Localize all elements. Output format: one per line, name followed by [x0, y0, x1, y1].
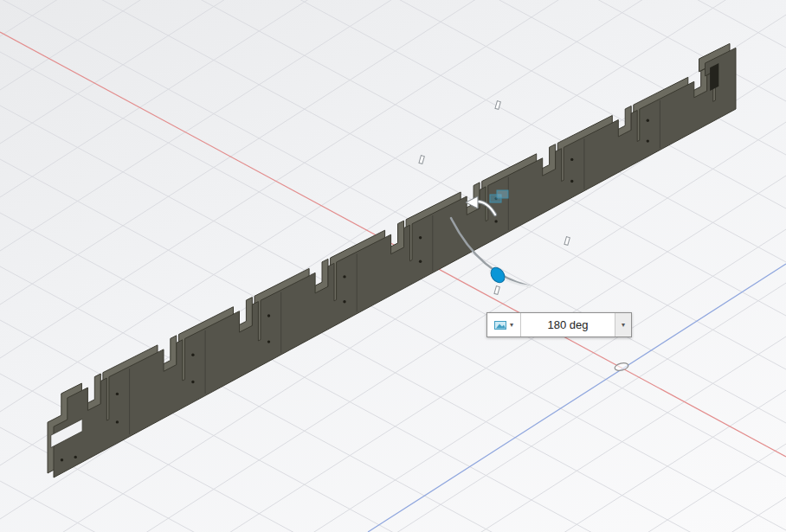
- part-hole: [343, 300, 345, 303]
- grid-line: [0, 497, 786, 532]
- grid-line: [0, 0, 786, 101]
- grid-line: [0, 481, 786, 532]
- part-hole: [116, 420, 119, 423]
- part-hole: [419, 260, 422, 263]
- y-axis-line: [368, 264, 786, 532]
- grid-line: [0, 0, 786, 358]
- grid-line: [0, 0, 786, 48]
- part-hole: [647, 119, 649, 122]
- part-hole: [570, 180, 573, 183]
- grid-line: [0, 106, 786, 530]
- sketch-point-marker[interactable]: [495, 101, 500, 110]
- part-hole: [191, 381, 194, 383]
- sketch-point-marker[interactable]: [494, 286, 499, 295]
- model-part[interactable]: [48, 43, 736, 478]
- grid-line: [0, 122, 786, 532]
- grid-line: [0, 0, 786, 90]
- grid-line: [0, 0, 786, 369]
- grid-line: [0, 0, 786, 423]
- part-end-hole: [710, 63, 718, 91]
- angle-input[interactable]: [521, 313, 615, 337]
- part-hole: [647, 139, 649, 142]
- angle-reference-icon: [494, 320, 507, 330]
- part-hole: [116, 393, 119, 395]
- angle-dropdown-button[interactable]: ▾: [615, 313, 631, 337]
- part-hole: [191, 354, 194, 356]
- part-hole: [61, 458, 63, 461]
- part-hole: [267, 340, 270, 343]
- part-hole: [267, 314, 270, 317]
- part-hole: [419, 236, 422, 239]
- part-hole: [494, 220, 497, 222]
- chevron-down-icon: ▾: [622, 322, 625, 329]
- part-hole: [570, 158, 573, 161]
- grid-line: [0, 0, 786, 36]
- chevron-down-icon: ▾: [510, 322, 513, 329]
- angle-hud: ▾ ▾: [486, 312, 632, 337]
- viewport-canvas[interactable]: [0, 0, 786, 532]
- sketch-point-marker[interactable]: [564, 237, 570, 246]
- part-front-face[interactable]: [54, 48, 736, 478]
- angle-reference-dropdown[interactable]: ▾: [487, 313, 521, 337]
- grid-line: [0, 444, 786, 532]
- cad-viewport[interactable]: ▾ ▾: [0, 0, 786, 532]
- sketch-point-marker[interactable]: [419, 156, 424, 164]
- part-hole: [343, 275, 345, 278]
- part-hole: [74, 456, 77, 458]
- grid-line: [0, 159, 786, 532]
